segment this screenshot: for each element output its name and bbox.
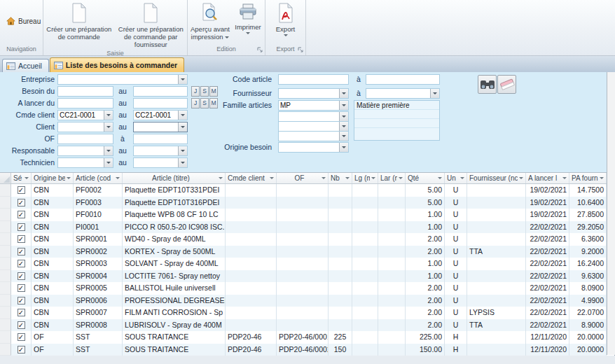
cell-lar[interactable] [378, 209, 406, 221]
of-from-input[interactable] [57, 134, 113, 144]
cell-nb[interactable] [329, 197, 352, 209]
combo-arrow-icon[interactable] [104, 146, 113, 155]
print-button[interactable]: Imprimer [232, 0, 264, 45]
filter-dropdown-icon[interactable] [399, 177, 403, 179]
cell-qte[interactable]: 5.00 [406, 197, 445, 209]
cell-lar[interactable] [378, 331, 406, 344]
column-header-lg[interactable]: Lg (m [352, 173, 378, 183]
code-article-to-input[interactable] [366, 74, 440, 85]
cell-a-lancer[interactable]: 19/02/2021 [526, 197, 569, 209]
cell-lar[interactable] [378, 233, 406, 246]
cell-article-titre[interactable]: PROFESSIONAL DEGREASEF [123, 295, 226, 307]
cell-a-lancer[interactable]: 22/02/2021 [526, 246, 569, 258]
combo-arrow-icon[interactable] [178, 122, 187, 132]
row-selector[interactable] [0, 344, 11, 356]
row-checkbox[interactable]: ✓ [18, 309, 25, 316]
cell-cmde-client[interactable] [226, 246, 277, 258]
cell-lg[interactable] [352, 319, 378, 332]
cell-un[interactable]: U [445, 307, 467, 319]
cell-select[interactable]: ✓ [11, 344, 32, 356]
cell-origine[interactable]: CBN [32, 258, 74, 270]
cell-un[interactable]: U [445, 282, 467, 295]
column-header-of[interactable]: OF [277, 173, 329, 183]
cell-article-code[interactable]: SPR0005 [74, 282, 123, 295]
jour-button[interactable]: J [191, 98, 200, 108]
cell-un[interactable]: U [445, 209, 467, 221]
cell-fournisseur[interactable]: LYPSIS [467, 307, 526, 319]
filter-dropdown-icon[interactable] [600, 177, 604, 179]
cell-origine[interactable]: CBN [32, 197, 74, 209]
client-from-combo[interactable] [57, 122, 113, 132]
combo-arrow-icon[interactable] [104, 122, 113, 132]
cell-select[interactable]: ✓ [11, 221, 32, 234]
column-header-cmde-client[interactable]: Cmde client [226, 173, 277, 183]
filter-dropdown-icon[interactable] [345, 177, 350, 179]
cell-lg[interactable] [352, 307, 378, 319]
cell-lg[interactable] [352, 246, 378, 258]
cell-article-titre[interactable]: Plaquette EDPT10T316PDEI [123, 197, 226, 209]
column-header-article-code[interactable]: Article (cod [74, 173, 123, 183]
cell-article-titre[interactable]: PICCO R 050.5-20 IC908 ISC. [123, 221, 226, 234]
cell-article-titre[interactable]: Plaquette WPB 08 CF 10 LC [123, 209, 226, 221]
cell-cmde-client[interactable]: PDP20-46 [226, 331, 277, 344]
cell-qte[interactable]: 1.00 [406, 258, 445, 270]
cell-cmde-client[interactable] [226, 184, 277, 197]
row-selector[interactable] [0, 233, 11, 246]
cell-qte[interactable]: 2.00 [406, 307, 445, 319]
row-selector[interactable] [0, 221, 11, 234]
cell-article-code[interactable]: SPR0002 [74, 246, 123, 258]
select-all-corner[interactable] [0, 173, 11, 183]
cell-article-titre[interactable]: LUBRISOLV - Spray de 400M [123, 319, 226, 332]
cell-origine[interactable]: CBN [32, 307, 74, 319]
cell-lar[interactable] [378, 197, 406, 209]
cell-origine[interactable]: CBN [32, 233, 74, 246]
filter-dropdown-icon[interactable] [270, 177, 274, 179]
combo-arrow-icon[interactable] [339, 143, 348, 152]
filter-dropdown-icon[interactable] [67, 177, 71, 179]
row-selector[interactable] [0, 282, 11, 295]
fournisseur-from-combo[interactable] [278, 88, 349, 99]
cell-lar[interactable] [378, 282, 406, 295]
cell-un[interactable]: U [445, 197, 467, 209]
cell-of[interactable] [277, 282, 329, 295]
search-button[interactable] [478, 75, 497, 94]
cell-un[interactable]: H [445, 331, 467, 344]
row-checkbox[interactable]: ✓ [18, 199, 25, 206]
cell-lar[interactable] [378, 344, 406, 356]
cell-un[interactable]: U [445, 258, 467, 270]
combo-arrow-icon[interactable] [104, 158, 113, 167]
famille-articles-combo-2[interactable] [278, 111, 349, 122]
cell-article-titre[interactable]: SOUS TRAITANCE [123, 331, 226, 344]
cell-nb[interactable] [329, 233, 352, 246]
column-header-pa[interactable]: PA fourn [569, 173, 607, 183]
entreprise-combo[interactable] [57, 74, 188, 85]
cell-select[interactable]: ✓ [11, 331, 32, 344]
cell-un[interactable]: U [445, 270, 467, 283]
cell-article-titre[interactable]: KORTEX - Spray de 500ML [123, 246, 226, 258]
famille-articles-combo[interactable]: MP [278, 100, 349, 111]
combo-arrow-icon[interactable] [178, 146, 187, 155]
besoin-au-input[interactable] [133, 86, 188, 97]
cell-a-lancer[interactable]: 22/02/2021 [526, 295, 569, 307]
cell-pa[interactable]: 9.6300 [569, 270, 607, 283]
cell-cmde-client[interactable] [226, 233, 277, 246]
cell-article-code[interactable]: SPR0001 [74, 233, 123, 246]
row-selector[interactable] [0, 319, 11, 332]
cell-origine[interactable]: CBN [32, 209, 74, 221]
cell-select[interactable]: ✓ [11, 197, 32, 209]
cell-select[interactable]: ✓ [11, 319, 32, 332]
cell-select[interactable]: ✓ [11, 282, 32, 295]
cell-un[interactable]: U [445, 221, 467, 234]
technicien-to-combo[interactable] [133, 158, 188, 168]
row-selector[interactable] [0, 184, 11, 197]
filter-dropdown-icon[interactable] [460, 177, 464, 179]
cell-cmde-client[interactable] [226, 307, 277, 319]
cell-a-lancer[interactable]: 12/11/2020 [526, 344, 569, 356]
cell-fournisseur[interactable]: TTA [467, 319, 526, 332]
cell-a-lancer[interactable]: 22/02/2021 [526, 233, 569, 246]
cell-lar[interactable] [378, 258, 406, 270]
code-article-from-input[interactable] [278, 74, 349, 85]
cell-qte[interactable]: 1.00 [406, 209, 445, 221]
combo-arrow-icon[interactable] [178, 75, 187, 84]
cell-cmde-client[interactable] [226, 209, 277, 221]
